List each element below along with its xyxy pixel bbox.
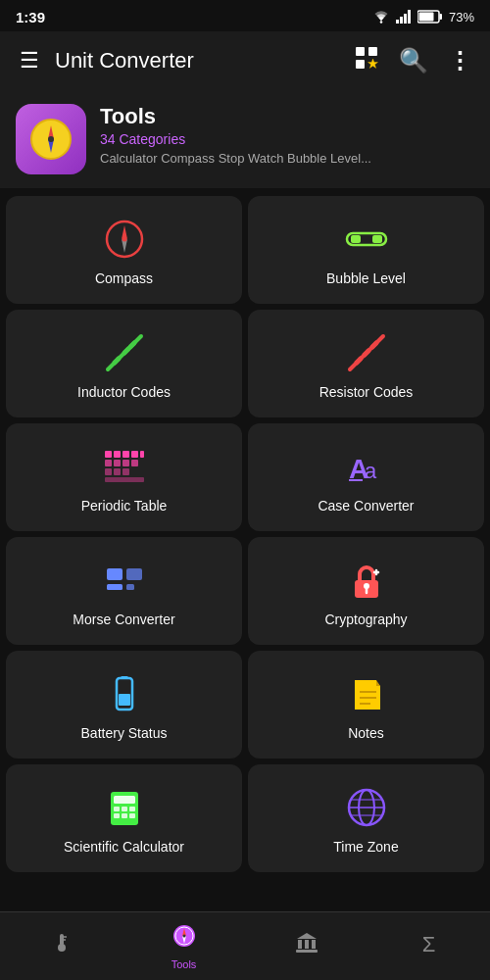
resistor-codes-label: Resistor Codes	[319, 384, 414, 400]
battery-text: 73%	[449, 10, 474, 24]
nav-item-sigma[interactable]: Σ	[368, 932, 490, 961]
svg-rect-88	[305, 940, 309, 949]
svg-rect-66	[122, 807, 127, 811]
svg-rect-41	[105, 468, 112, 475]
grid-item-time-zone[interactable]: Time Zone	[248, 764, 484, 872]
svg-rect-64	[114, 796, 135, 804]
svg-rect-22	[351, 235, 361, 243]
header-card: Tools 34 Categories Calculator Compass S…	[0, 90, 490, 188]
grid-item-compass[interactable]: Compass	[6, 196, 242, 304]
svg-rect-51	[126, 584, 134, 590]
case-converter-label: Case Converter	[318, 498, 414, 514]
svg-rect-23	[372, 235, 382, 243]
svg-rect-58	[121, 676, 128, 679]
hamburger-icon[interactable]: ☰	[12, 40, 47, 81]
svg-rect-42	[114, 468, 121, 475]
svg-rect-49	[107, 584, 122, 590]
inductor-icon	[103, 331, 146, 374]
svg-rect-2	[400, 17, 403, 24]
svg-rect-8	[356, 47, 365, 56]
sigma-nav-icon: Σ	[422, 932, 436, 957]
grid-item-notes[interactable]: Notes	[248, 651, 484, 759]
header-text: Tools 34 Categories Calculator Compass S…	[100, 104, 371, 166]
bubble-level-label: Bubble Level	[326, 270, 406, 286]
signal-icon	[396, 10, 412, 24]
svg-marker-86	[297, 933, 317, 939]
grid-item-case-converter[interactable]: A a Case Converter	[248, 423, 484, 531]
app-name: Tools	[100, 104, 371, 129]
top-bar-icons: 🔍 ⋮	[348, 39, 478, 82]
bubble-level-icon	[345, 218, 388, 261]
cryptography-icon	[345, 559, 388, 602]
scientific-calculator-icon	[103, 786, 146, 829]
svg-line-25	[115, 359, 119, 363]
svg-rect-90	[296, 950, 318, 953]
app-description: Calculator Compass Stop Watch Bubble Lev…	[100, 151, 371, 166]
app-icon-box	[16, 104, 86, 174]
svg-line-26	[124, 349, 128, 353]
svg-rect-3	[404, 14, 407, 24]
svg-line-30	[365, 351, 368, 355]
svg-point-54	[364, 583, 369, 589]
svg-rect-10	[356, 60, 365, 69]
svg-rect-4	[408, 10, 411, 24]
grid-item-resistor-codes[interactable]: Resistor Codes	[248, 310, 484, 417]
top-bar: ☰ Unit Converter 🔍 ⋮	[0, 31, 490, 90]
svg-line-27	[130, 343, 134, 347]
compass-header-icon	[27, 116, 74, 163]
nav-item-tools[interactable]: Tools	[122, 923, 245, 970]
nav-item-bank[interactable]	[245, 931, 368, 962]
status-icons: 73%	[372, 10, 474, 24]
time-zone-icon	[345, 786, 388, 829]
compass-nav-icon	[172, 923, 197, 955]
cryptography-label: Cryptography	[324, 612, 407, 627]
grid-item-cryptography[interactable]: Cryptography	[248, 537, 484, 645]
svg-rect-9	[368, 47, 377, 56]
periodic-table-label: Periodic Table	[81, 498, 168, 514]
svg-point-20	[122, 237, 126, 242]
compass-label: Compass	[95, 270, 153, 286]
svg-rect-6	[439, 14, 442, 20]
tools-grid: Compass Bubble Level	[0, 196, 490, 872]
time-zone-label: Time Zone	[333, 839, 398, 855]
notes-label: Notes	[348, 725, 384, 741]
svg-point-85	[182, 934, 185, 937]
svg-rect-35	[131, 451, 138, 458]
grid-item-morse-converter[interactable]: Morse Converter	[6, 537, 242, 645]
categories-label: 34 Categories	[100, 131, 371, 147]
svg-rect-59	[119, 694, 130, 706]
compass-icon	[103, 218, 146, 261]
grid-item-inductor-codes[interactable]: Inductor Codes	[6, 310, 242, 417]
app-title: Unit Converter	[55, 48, 348, 74]
status-time: 1:39	[16, 9, 45, 25]
grid-star-icon[interactable]	[348, 39, 385, 82]
grid-scroll-area: Compass Bubble Level	[0, 196, 490, 919]
svg-rect-38	[114, 460, 121, 466]
search-icon[interactable]: 🔍	[393, 41, 434, 80]
grid-item-scientific-calculator[interactable]: Scientific Calculator	[6, 764, 242, 872]
more-icon[interactable]: ⋮	[442, 41, 478, 80]
svg-rect-67	[129, 807, 135, 811]
svg-rect-78	[61, 941, 63, 946]
battery-icon	[417, 10, 443, 24]
inductor-codes-label: Inductor Codes	[77, 384, 171, 400]
battery-status-icon	[103, 672, 146, 715]
grid-item-bubble-level[interactable]: Bubble Level	[248, 196, 484, 304]
svg-rect-39	[122, 460, 129, 466]
nav-item-thermometer[interactable]	[0, 931, 122, 962]
svg-rect-87	[298, 940, 302, 949]
bank-nav-icon	[295, 931, 318, 958]
svg-rect-1	[396, 20, 399, 24]
svg-point-0	[380, 21, 383, 24]
svg-rect-32	[105, 451, 112, 458]
thermometer-nav-icon	[51, 931, 73, 958]
svg-rect-36	[140, 451, 144, 458]
grid-item-periodic-table[interactable]: Periodic Table	[6, 423, 242, 531]
morse-icon	[103, 559, 146, 602]
svg-marker-11	[368, 59, 378, 69]
battery-status-label: Battery Status	[81, 725, 168, 741]
svg-rect-68	[114, 813, 120, 818]
grid-item-battery-status[interactable]: Battery Status	[6, 651, 242, 759]
wifi-icon	[372, 10, 390, 24]
svg-rect-37	[105, 460, 112, 466]
